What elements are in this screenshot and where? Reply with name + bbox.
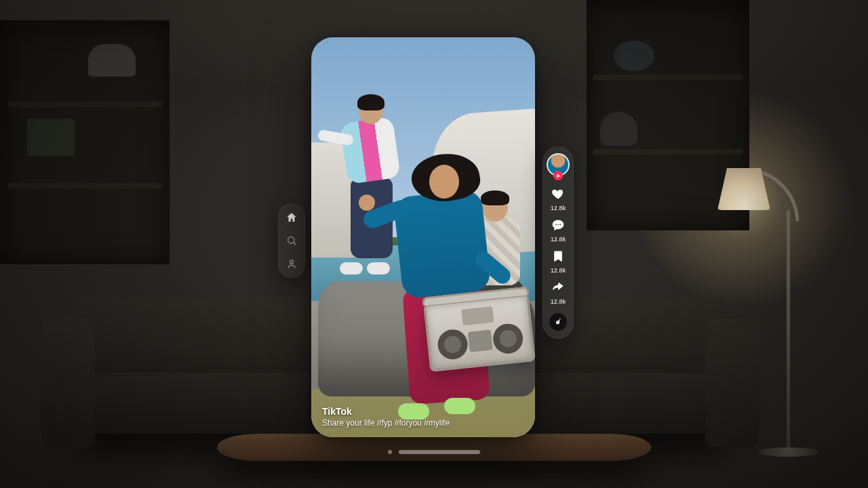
video-boombox [423, 293, 535, 372]
home-icon [285, 211, 298, 224]
svg-point-4 [557, 224, 559, 225]
bookmark-icon [551, 249, 565, 266]
video-description: Share your life #fyp #foryou #mylife [322, 418, 524, 428]
video-content [311, 37, 535, 437]
search-icon [285, 235, 298, 247]
comment-button[interactable]: 12.8k [551, 218, 566, 243]
share-count: 12.8k [551, 298, 566, 305]
bookmark-count: 12.8k [551, 267, 566, 274]
video-figure [371, 158, 500, 415]
window-close-dot[interactable] [388, 450, 392, 454]
window-grabber[interactable] [388, 450, 480, 454]
like-count: 12.8k [551, 205, 566, 211]
follow-plus-icon[interactable]: + [553, 171, 563, 180]
nav-search[interactable] [285, 235, 298, 247]
nav-home[interactable] [285, 211, 298, 224]
action-rail: + 12.8k 12.8k 12.8k 12.8k [542, 146, 574, 339]
comment-count: 12.8k [551, 236, 566, 243]
video-card[interactable]: TikTok Share your life #fyp #foryou #myl… [311, 37, 535, 437]
svg-point-2 [290, 260, 294, 264]
share-icon [551, 281, 565, 297]
author-avatar[interactable]: + [547, 153, 570, 176]
comment-icon [551, 218, 565, 235]
heart-icon [551, 187, 565, 203]
video-author[interactable]: TikTok [322, 406, 524, 417]
like-button[interactable]: 12.8k [551, 187, 566, 211]
svg-point-3 [555, 224, 557, 225]
share-button[interactable]: 12.8k [551, 281, 566, 305]
person-icon [285, 258, 298, 270]
sound-disc[interactable] [549, 313, 567, 331]
nav-profile[interactable] [285, 258, 298, 270]
bookmark-button[interactable]: 12.8k [551, 249, 566, 274]
window-move-bar-icon[interactable] [399, 450, 480, 454]
svg-line-1 [294, 243, 296, 245]
svg-point-5 [559, 224, 561, 225]
nav-rail [278, 203, 305, 278]
video-caption: TikTok Share your life #fyp #foryou #myl… [322, 406, 524, 428]
music-disc-icon [549, 313, 567, 331]
